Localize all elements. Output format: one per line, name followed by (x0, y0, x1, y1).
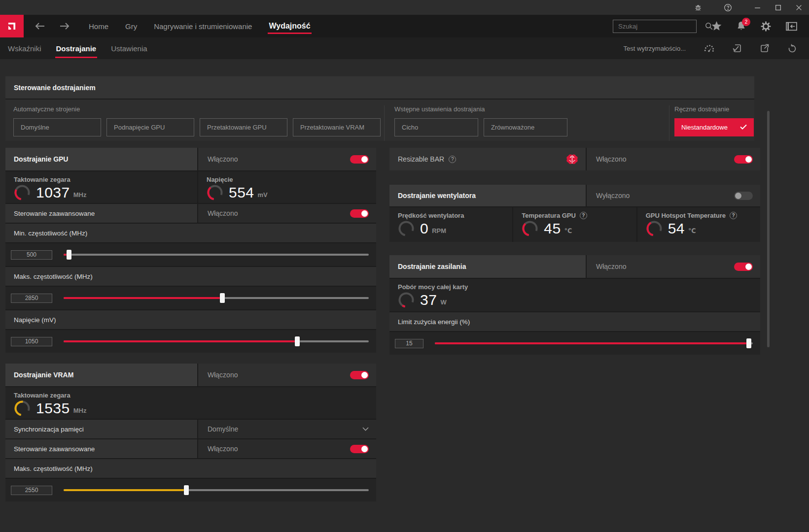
stress-test-label[interactable]: Test wytrzymałościo... (624, 45, 686, 52)
side-panel-icon[interactable] (786, 22, 797, 31)
memory-sync-dropdown[interactable]: Domyślne (198, 420, 376, 438)
close-button[interactable] (788, 0, 809, 15)
settings-gear-icon[interactable] (761, 21, 771, 32)
slider-track[interactable] (435, 342, 753, 344)
gpu-voltage-gauge: Napięcie 554 mV (198, 171, 376, 203)
maximize-button[interactable] (768, 0, 788, 15)
auto-tuning-undervolt-button[interactable]: Podnapięcie GPU (106, 118, 194, 136)
preset-quiet-button[interactable]: Cicho (394, 118, 478, 136)
resizable-bar-state: Włączono (596, 155, 626, 163)
tab-tuning[interactable]: Dostrajanie (55, 37, 98, 59)
fan-tuning-title: Dostrajanie wentylatora (398, 192, 476, 200)
auto-tuning-default-button[interactable]: Domyślne (13, 118, 101, 136)
help-icon[interactable]: ? (449, 156, 456, 163)
help-icon[interactable] (717, 0, 738, 15)
preset-balanced-button[interactable]: Zrównoważone (484, 118, 567, 136)
board-power-gauge: Pobór mocy całej karty 37 W (389, 279, 760, 311)
manual-custom-button[interactable]: Niestandardowe (674, 118, 754, 136)
max-frequency-slider[interactable] (64, 293, 369, 303)
notifications-bell-icon[interactable]: 2 (737, 21, 746, 31)
bug-report-icon[interactable] (688, 0, 708, 15)
voltage-input[interactable] (11, 337, 52, 346)
min-frequency-slider[interactable] (64, 249, 369, 260)
slider-track[interactable] (64, 489, 369, 491)
performance-subnav: Wskaźniki Dostrajanie Ustawienia Test wy… (0, 37, 809, 59)
help-icon[interactable]: ? (730, 212, 737, 219)
slider-thumb[interactable] (184, 485, 189, 495)
slider-track[interactable] (64, 254, 369, 256)
slider-track[interactable] (64, 297, 369, 299)
min-frequency-input[interactable] (11, 250, 52, 260)
vram-tuning-toggle[interactable] (350, 371, 369, 379)
reset-undo-icon[interactable] (787, 43, 797, 53)
nav-item-record-stream[interactable]: Nagrywanie i strumieniowanie (153, 15, 253, 37)
vram-tuning-title: Dostrajanie VRAM (14, 371, 73, 379)
gpu-advanced-toggle[interactable] (350, 209, 369, 218)
gpu-clock-gauge: Taktowanie zegara 1037 MHz (5, 171, 197, 203)
gpu-hotspot-gauge: GPU Hotspot Temperature? 54 ℃ (637, 207, 760, 242)
gauge-ring-icon (398, 292, 415, 308)
vram-max-frequency-input[interactable] (11, 486, 52, 495)
vram-tuning-panel: Dostrajanie VRAM Włączono Taktowanie zeg… (5, 364, 376, 501)
tab-settings[interactable]: Ustawienia (110, 37, 148, 59)
gpu-temperature-gauge: Temperatura GPU? 45 ℃ (513, 207, 636, 242)
power-tuning-panel: Dostrajanie zasilania Włączono Pobór moc… (389, 255, 760, 355)
slider-thumb[interactable] (295, 336, 300, 346)
favorites-star-icon[interactable] (711, 21, 722, 31)
power-limit-input[interactable] (395, 339, 423, 348)
resizable-bar-label: Resizable BAR (398, 155, 444, 163)
memory-sync-label: Synchronizacja pamięci (14, 426, 84, 433)
power-tuning-state: Włączono (596, 263, 626, 270)
max-frequency-input[interactable] (11, 294, 52, 303)
notification-badge: 2 (742, 18, 750, 26)
manual-tuning-label: Ręczne dostrajanie (674, 105, 754, 113)
tab-metrics[interactable]: Wskaźniki (7, 37, 42, 59)
load-profile-icon[interactable] (732, 43, 742, 53)
amd-logo[interactable] (0, 15, 24, 37)
power-limit-slider[interactable] (435, 338, 753, 349)
vertical-scrollbar[interactable] (767, 111, 770, 347)
gauge-ring-icon (646, 220, 663, 237)
fan-speed-gauge: Prędkość wentylatora 0 RPM (389, 207, 512, 242)
help-icon[interactable]: ? (580, 212, 587, 219)
tuning-control-panel: Sterowanie dostrajaniem Automatyczne str… (5, 76, 754, 141)
share-export-icon[interactable] (760, 43, 770, 53)
voltage-slider[interactable] (64, 336, 369, 347)
auto-tuning-vram-oc-button[interactable]: Przetaktowanie VRAM (293, 118, 381, 136)
minimize-button[interactable] (747, 0, 768, 15)
slider-thumb[interactable] (746, 338, 751, 348)
chevron-down-icon (362, 427, 369, 431)
vram-max-frequency-label: Maks. częstotliwość (MHz) (14, 465, 93, 472)
auto-tuning-gpu-oc-button[interactable]: Przetaktowanie GPU (200, 118, 287, 136)
min-frequency-label: Min. częstotliwość (MHz) (14, 230, 87, 237)
back-button[interactable] (35, 22, 45, 30)
slider-thumb[interactable] (220, 293, 225, 303)
gauge-ring-icon (522, 220, 538, 237)
titlebar (0, 0, 809, 15)
gauge-ring-icon (207, 184, 223, 201)
nav-item-games[interactable]: Gry (124, 15, 138, 37)
gpu-tuning-title: Dostrajanie GPU (14, 155, 68, 163)
resizable-bar-panel: Resizable BAR ? Włączono (389, 148, 760, 170)
power-limit-label: Limit zużycia energii (%) (398, 318, 470, 326)
gauge-ring-icon (14, 184, 31, 201)
nav-item-performance[interactable]: Wydajność (268, 15, 311, 37)
tuning-page: Sterowanie dostrajaniem Automatyczne str… (0, 59, 809, 532)
fan-tuning-toggle[interactable] (734, 192, 753, 200)
power-tuning-toggle[interactable] (734, 263, 753, 271)
main-navbar: Home Gry Nagrywanie i strumieniowanie Wy… (0, 15, 809, 37)
resizable-bar-toggle[interactable] (734, 155, 753, 164)
forward-button[interactable] (59, 22, 70, 30)
search-input[interactable] (613, 23, 705, 30)
check-icon (740, 124, 747, 131)
vram-max-frequency-slider[interactable] (64, 485, 369, 496)
brain-icon (565, 154, 579, 165)
stress-test-gauge-icon[interactable] (703, 43, 714, 53)
tuning-control-title: Sterowanie dostrajaniem (14, 84, 96, 92)
nav-item-home[interactable]: Home (88, 15, 109, 37)
gpu-tuning-toggle[interactable] (350, 155, 369, 164)
power-tuning-title: Dostrajanie zasilania (398, 263, 466, 270)
slider-thumb[interactable] (67, 250, 71, 260)
vram-advanced-toggle[interactable] (350, 445, 369, 453)
slider-track[interactable] (64, 340, 369, 342)
